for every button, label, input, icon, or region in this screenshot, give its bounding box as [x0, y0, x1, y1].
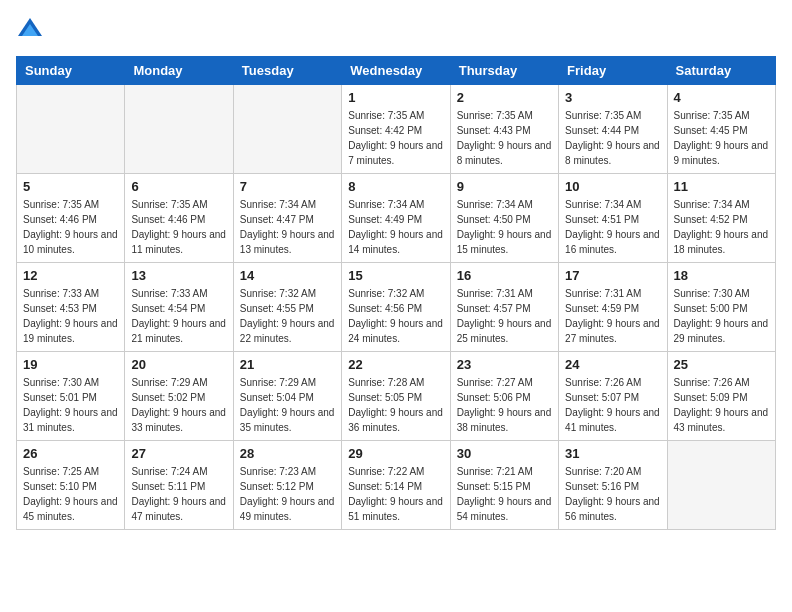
- calendar-cell: [125, 85, 233, 174]
- calendar-week-row: 5Sunrise: 7:35 AM Sunset: 4:46 PM Daylig…: [17, 174, 776, 263]
- day-info: Sunrise: 7:33 AM Sunset: 4:54 PM Dayligh…: [131, 286, 226, 346]
- day-info: Sunrise: 7:31 AM Sunset: 4:59 PM Dayligh…: [565, 286, 660, 346]
- day-info: Sunrise: 7:35 AM Sunset: 4:42 PM Dayligh…: [348, 108, 443, 168]
- day-info: Sunrise: 7:34 AM Sunset: 4:49 PM Dayligh…: [348, 197, 443, 257]
- header-monday: Monday: [125, 57, 233, 85]
- day-info: Sunrise: 7:26 AM Sunset: 5:07 PM Dayligh…: [565, 375, 660, 435]
- calendar-table: SundayMondayTuesdayWednesdayThursdayFrid…: [16, 56, 776, 530]
- calendar-cell: 14Sunrise: 7:32 AM Sunset: 4:55 PM Dayli…: [233, 263, 341, 352]
- calendar-cell: 7Sunrise: 7:34 AM Sunset: 4:47 PM Daylig…: [233, 174, 341, 263]
- day-number: 9: [457, 179, 552, 194]
- calendar-cell: 3Sunrise: 7:35 AM Sunset: 4:44 PM Daylig…: [559, 85, 667, 174]
- day-number: 6: [131, 179, 226, 194]
- calendar-cell: 30Sunrise: 7:21 AM Sunset: 5:15 PM Dayli…: [450, 441, 558, 530]
- day-info: Sunrise: 7:34 AM Sunset: 4:52 PM Dayligh…: [674, 197, 769, 257]
- day-info: Sunrise: 7:34 AM Sunset: 4:50 PM Dayligh…: [457, 197, 552, 257]
- day-number: 21: [240, 357, 335, 372]
- calendar-cell: 13Sunrise: 7:33 AM Sunset: 4:54 PM Dayli…: [125, 263, 233, 352]
- calendar-cell: 25Sunrise: 7:26 AM Sunset: 5:09 PM Dayli…: [667, 352, 775, 441]
- day-info: Sunrise: 7:31 AM Sunset: 4:57 PM Dayligh…: [457, 286, 552, 346]
- calendar-cell: 9Sunrise: 7:34 AM Sunset: 4:50 PM Daylig…: [450, 174, 558, 263]
- day-number: 24: [565, 357, 660, 372]
- day-info: Sunrise: 7:35 AM Sunset: 4:46 PM Dayligh…: [131, 197, 226, 257]
- header-thursday: Thursday: [450, 57, 558, 85]
- calendar-cell: 8Sunrise: 7:34 AM Sunset: 4:49 PM Daylig…: [342, 174, 450, 263]
- calendar-cell: 22Sunrise: 7:28 AM Sunset: 5:05 PM Dayli…: [342, 352, 450, 441]
- day-info: Sunrise: 7:35 AM Sunset: 4:43 PM Dayligh…: [457, 108, 552, 168]
- day-info: Sunrise: 7:30 AM Sunset: 5:01 PM Dayligh…: [23, 375, 118, 435]
- calendar-cell: 1Sunrise: 7:35 AM Sunset: 4:42 PM Daylig…: [342, 85, 450, 174]
- day-info: Sunrise: 7:35 AM Sunset: 4:46 PM Dayligh…: [23, 197, 118, 257]
- day-number: 26: [23, 446, 118, 461]
- calendar-week-row: 1Sunrise: 7:35 AM Sunset: 4:42 PM Daylig…: [17, 85, 776, 174]
- day-info: Sunrise: 7:22 AM Sunset: 5:14 PM Dayligh…: [348, 464, 443, 524]
- calendar-cell: 4Sunrise: 7:35 AM Sunset: 4:45 PM Daylig…: [667, 85, 775, 174]
- header-sunday: Sunday: [17, 57, 125, 85]
- day-number: 4: [674, 90, 769, 105]
- calendar-cell: 16Sunrise: 7:31 AM Sunset: 4:57 PM Dayli…: [450, 263, 558, 352]
- calendar-cell: 27Sunrise: 7:24 AM Sunset: 5:11 PM Dayli…: [125, 441, 233, 530]
- day-number: 11: [674, 179, 769, 194]
- day-info: Sunrise: 7:32 AM Sunset: 4:56 PM Dayligh…: [348, 286, 443, 346]
- day-info: Sunrise: 7:26 AM Sunset: 5:09 PM Dayligh…: [674, 375, 769, 435]
- calendar-cell: 31Sunrise: 7:20 AM Sunset: 5:16 PM Dayli…: [559, 441, 667, 530]
- logo-icon: [16, 16, 44, 44]
- day-info: Sunrise: 7:29 AM Sunset: 5:04 PM Dayligh…: [240, 375, 335, 435]
- day-info: Sunrise: 7:27 AM Sunset: 5:06 PM Dayligh…: [457, 375, 552, 435]
- day-number: 1: [348, 90, 443, 105]
- calendar-week-row: 19Sunrise: 7:30 AM Sunset: 5:01 PM Dayli…: [17, 352, 776, 441]
- day-number: 22: [348, 357, 443, 372]
- day-info: Sunrise: 7:28 AM Sunset: 5:05 PM Dayligh…: [348, 375, 443, 435]
- day-number: 28: [240, 446, 335, 461]
- day-number: 7: [240, 179, 335, 194]
- day-info: Sunrise: 7:32 AM Sunset: 4:55 PM Dayligh…: [240, 286, 335, 346]
- day-number: 27: [131, 446, 226, 461]
- day-info: Sunrise: 7:20 AM Sunset: 5:16 PM Dayligh…: [565, 464, 660, 524]
- day-number: 13: [131, 268, 226, 283]
- header-friday: Friday: [559, 57, 667, 85]
- day-info: Sunrise: 7:33 AM Sunset: 4:53 PM Dayligh…: [23, 286, 118, 346]
- day-number: 25: [674, 357, 769, 372]
- day-number: 3: [565, 90, 660, 105]
- logo: [16, 16, 48, 44]
- calendar-cell: 21Sunrise: 7:29 AM Sunset: 5:04 PM Dayli…: [233, 352, 341, 441]
- calendar-cell: 20Sunrise: 7:29 AM Sunset: 5:02 PM Dayli…: [125, 352, 233, 441]
- day-info: Sunrise: 7:23 AM Sunset: 5:12 PM Dayligh…: [240, 464, 335, 524]
- day-number: 15: [348, 268, 443, 283]
- day-number: 12: [23, 268, 118, 283]
- calendar-cell: 12Sunrise: 7:33 AM Sunset: 4:53 PM Dayli…: [17, 263, 125, 352]
- header-tuesday: Tuesday: [233, 57, 341, 85]
- header-wednesday: Wednesday: [342, 57, 450, 85]
- calendar-cell: 18Sunrise: 7:30 AM Sunset: 5:00 PM Dayli…: [667, 263, 775, 352]
- day-number: 19: [23, 357, 118, 372]
- calendar-week-row: 26Sunrise: 7:25 AM Sunset: 5:10 PM Dayli…: [17, 441, 776, 530]
- day-info: Sunrise: 7:35 AM Sunset: 4:45 PM Dayligh…: [674, 108, 769, 168]
- calendar-cell: 23Sunrise: 7:27 AM Sunset: 5:06 PM Dayli…: [450, 352, 558, 441]
- calendar-week-row: 12Sunrise: 7:33 AM Sunset: 4:53 PM Dayli…: [17, 263, 776, 352]
- calendar-header-row: SundayMondayTuesdayWednesdayThursdayFrid…: [17, 57, 776, 85]
- day-number: 31: [565, 446, 660, 461]
- day-number: 17: [565, 268, 660, 283]
- day-info: Sunrise: 7:35 AM Sunset: 4:44 PM Dayligh…: [565, 108, 660, 168]
- calendar-cell: 2Sunrise: 7:35 AM Sunset: 4:43 PM Daylig…: [450, 85, 558, 174]
- calendar-cell: [233, 85, 341, 174]
- day-info: Sunrise: 7:34 AM Sunset: 4:51 PM Dayligh…: [565, 197, 660, 257]
- day-number: 29: [348, 446, 443, 461]
- day-info: Sunrise: 7:30 AM Sunset: 5:00 PM Dayligh…: [674, 286, 769, 346]
- day-info: Sunrise: 7:34 AM Sunset: 4:47 PM Dayligh…: [240, 197, 335, 257]
- calendar-cell: 6Sunrise: 7:35 AM Sunset: 4:46 PM Daylig…: [125, 174, 233, 263]
- day-number: 18: [674, 268, 769, 283]
- calendar-cell: 29Sunrise: 7:22 AM Sunset: 5:14 PM Dayli…: [342, 441, 450, 530]
- calendar-cell: 15Sunrise: 7:32 AM Sunset: 4:56 PM Dayli…: [342, 263, 450, 352]
- calendar-cell: 5Sunrise: 7:35 AM Sunset: 4:46 PM Daylig…: [17, 174, 125, 263]
- day-info: Sunrise: 7:24 AM Sunset: 5:11 PM Dayligh…: [131, 464, 226, 524]
- calendar-cell: 19Sunrise: 7:30 AM Sunset: 5:01 PM Dayli…: [17, 352, 125, 441]
- day-info: Sunrise: 7:21 AM Sunset: 5:15 PM Dayligh…: [457, 464, 552, 524]
- day-number: 10: [565, 179, 660, 194]
- day-number: 8: [348, 179, 443, 194]
- day-info: Sunrise: 7:25 AM Sunset: 5:10 PM Dayligh…: [23, 464, 118, 524]
- page-header: [16, 16, 776, 44]
- day-info: Sunrise: 7:29 AM Sunset: 5:02 PM Dayligh…: [131, 375, 226, 435]
- calendar-cell: 11Sunrise: 7:34 AM Sunset: 4:52 PM Dayli…: [667, 174, 775, 263]
- day-number: 14: [240, 268, 335, 283]
